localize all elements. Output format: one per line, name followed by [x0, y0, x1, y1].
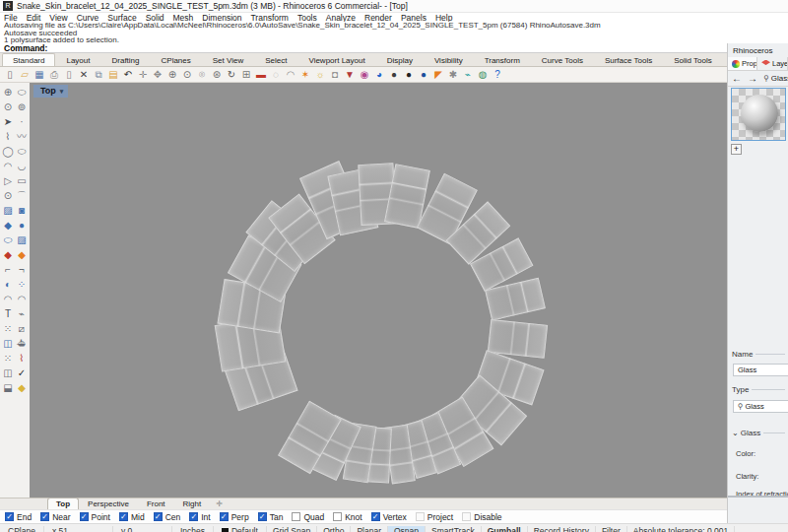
- viewport-top-canvas[interactable]: Top▾: [30, 83, 727, 498]
- menu-item-file[interactable]: File: [4, 13, 18, 23]
- select-pointer-icon[interactable]: ➤: [1, 114, 15, 129]
- check-icon[interactable]: ✓: [15, 366, 29, 380]
- surface-rev-icon[interactable]: ◙: [15, 203, 29, 218]
- zoom-icon[interactable]: ⊕: [165, 68, 179, 81]
- delete-icon[interactable]: ▬: [254, 68, 268, 81]
- menu-item-panels[interactable]: Panels: [401, 13, 427, 23]
- shaded-view-icon[interactable]: ◕: [372, 68, 386, 81]
- paste-icon[interactable]: ▤: [106, 68, 120, 81]
- select-point-icon[interactable]: ·: [15, 114, 29, 129]
- lamp-yellow-icon[interactable]: ◆: [15, 380, 29, 395]
- viewport-tab-front[interactable]: Front: [138, 498, 174, 509]
- add-viewport-tab-icon[interactable]: ✛: [210, 499, 229, 509]
- osnap-checkbox-end[interactable]: ✓: [5, 512, 14, 521]
- osnap-project[interactable]: Project: [416, 512, 453, 522]
- osnap-checkbox-knot[interactable]: [333, 512, 342, 521]
- back-arrow-icon[interactable]: ←: [732, 73, 742, 84]
- arc-tool-icon[interactable]: ◠: [284, 68, 297, 81]
- menu-item-analyze[interactable]: Analyze: [326, 13, 356, 23]
- sphere-icon[interactable]: ●: [15, 218, 29, 233]
- osnap-circle-3-icon[interactable]: ⊙: [1, 100, 15, 114]
- zoom-extents-icon[interactable]: ⊛: [210, 68, 224, 81]
- toolbar-tab-curve-tools[interactable]: Curve Tools: [531, 53, 594, 66]
- extrude-icon[interactable]: ◐: [1, 277, 15, 292]
- viewport-tab-perspective[interactable]: Perspective: [79, 498, 138, 509]
- notes-icon[interactable]: ◫: [1, 366, 15, 380]
- menu-item-help[interactable]: Help: [435, 13, 452, 23]
- color-wheel-icon[interactable]: ◉: [358, 68, 371, 81]
- pan-icon[interactable]: ✛: [136, 68, 150, 81]
- menu-item-edit[interactable]: Edit: [27, 13, 41, 23]
- boolean-union-icon[interactable]: ◆: [1, 247, 15, 262]
- ruler-icon[interactable]: ⌇: [15, 351, 29, 366]
- osnap-checkbox-point[interactable]: ✓: [80, 512, 89, 521]
- offset-icon[interactable]: ⁘: [15, 277, 29, 292]
- undo-icon[interactable]: ↶: [121, 68, 135, 81]
- tab-layers[interactable]: Layers: [757, 57, 788, 70]
- toolbar-tab-surface-tools[interactable]: Surface Tools: [594, 53, 663, 66]
- material-name-field[interactable]: Glass: [733, 364, 788, 376]
- osnap-circle-1-icon[interactable]: ⊕: [1, 85, 15, 100]
- mirror-icon[interactable]: ⧄: [15, 321, 29, 336]
- toolbar-tab-select[interactable]: Select: [254, 53, 297, 66]
- toolbar-tab-set-view[interactable]: Set View: [202, 53, 254, 66]
- rectangle-icon[interactable]: ▭: [15, 173, 29, 188]
- osnap-disable[interactable]: Disable: [462, 512, 501, 522]
- cplane-button[interactable]: CPlane: [0, 526, 44, 532]
- curve-blend-icon[interactable]: ◠: [1, 292, 15, 306]
- menu-item-mesh[interactable]: Mesh: [173, 13, 194, 23]
- osnap-cen[interactable]: ✓Cen: [154, 512, 181, 522]
- osnap-knot[interactable]: Knot: [333, 512, 362, 522]
- status-toggle-record-history[interactable]: Record History: [528, 526, 596, 532]
- status-toggle-ortho[interactable]: Ortho: [317, 526, 351, 532]
- layer-state-icon[interactable]: ▼: [343, 68, 357, 81]
- menu-item-solid[interactable]: Solid: [146, 13, 164, 23]
- osnap-checkbox-cen[interactable]: ✓: [154, 512, 163, 521]
- toolbar-tab-layout[interactable]: Layout: [55, 53, 100, 66]
- curve-match-icon[interactable]: ◠: [15, 292, 29, 306]
- viewport-layout-icon[interactable]: ⊞: [239, 68, 253, 81]
- osnap-circle-4-icon[interactable]: ⊚: [15, 100, 29, 114]
- current-layer[interactable]: Default: [214, 526, 267, 532]
- render-blue-icon[interactable]: ●: [417, 68, 430, 81]
- osnap-vertex[interactable]: ✓Vertex: [371, 512, 407, 522]
- osnap-checkbox-project[interactable]: [416, 512, 425, 521]
- osnap-circle-2-icon[interactable]: ⬭: [15, 85, 29, 100]
- command-area[interactable]: Autosaving file as C:\Users\Claire\AppDa…: [0, 22, 788, 53]
- osnap-checkbox-vertex[interactable]: ✓: [371, 512, 380, 521]
- zoom-window-icon[interactable]: ⊙: [180, 68, 194, 81]
- explode-icon[interactable]: ✶: [298, 68, 312, 81]
- menu-item-dimension[interactable]: Dimension: [202, 13, 241, 23]
- osnap-perp[interactable]: ✓Perp: [220, 512, 249, 522]
- surface-icon[interactable]: ▨: [1, 203, 15, 218]
- status-toggle-absolute-tolerance-0-001[interactable]: Absolute tolerance: 0.001: [627, 526, 735, 532]
- osnap-quad[interactable]: Quad: [292, 512, 324, 522]
- toolbar-tab-display[interactable]: Display: [376, 53, 424, 66]
- osnap-checkbox-int[interactable]: ✓: [189, 512, 198, 521]
- toolbar-tab-cplanes[interactable]: CPlanes: [151, 53, 202, 66]
- command-prompt[interactable]: Command:: [4, 44, 788, 53]
- osnap-point[interactable]: ✓Point: [80, 512, 110, 522]
- forward-arrow-icon[interactable]: →: [748, 73, 757, 84]
- current-material[interactable]: ⚲Glass: [763, 74, 788, 83]
- toolbar-tab-standard[interactable]: Standard: [2, 53, 55, 66]
- menu-item-view[interactable]: View: [49, 13, 67, 23]
- circle-icon[interactable]: ◯: [1, 144, 15, 159]
- viewport-tab-top[interactable]: Top: [47, 498, 79, 509]
- torus-icon[interactable]: ⬭: [1, 233, 15, 247]
- chamfer-edge-icon[interactable]: ¬: [15, 262, 29, 277]
- arc2-icon[interactable]: ◡: [15, 159, 29, 173]
- toolbar-tab-drafting[interactable]: Drafting: [101, 53, 151, 66]
- menu-item-transform[interactable]: Transform: [250, 13, 288, 23]
- cylinder-icon[interactable]: ⬓: [1, 380, 15, 395]
- tool-link-icon[interactable]: ⌁: [461, 68, 475, 81]
- osnap-checkbox-tan[interactable]: ✓: [258, 512, 267, 521]
- osnap-end[interactable]: ✓End: [5, 512, 32, 522]
- freeform-curve-icon[interactable]: ⌒: [15, 188, 29, 203]
- render-tool-icon[interactable]: ◫: [1, 336, 15, 351]
- boolean-diff-icon[interactable]: ◆: [15, 247, 29, 262]
- toolbar-tab-solid-tools[interactable]: Solid Tools: [663, 53, 723, 66]
- render-ship-icon[interactable]: ⛴: [15, 336, 29, 351]
- rotate-view-icon[interactable]: ↻: [225, 68, 238, 81]
- properties-doc-icon[interactable]: ▯: [62, 68, 76, 81]
